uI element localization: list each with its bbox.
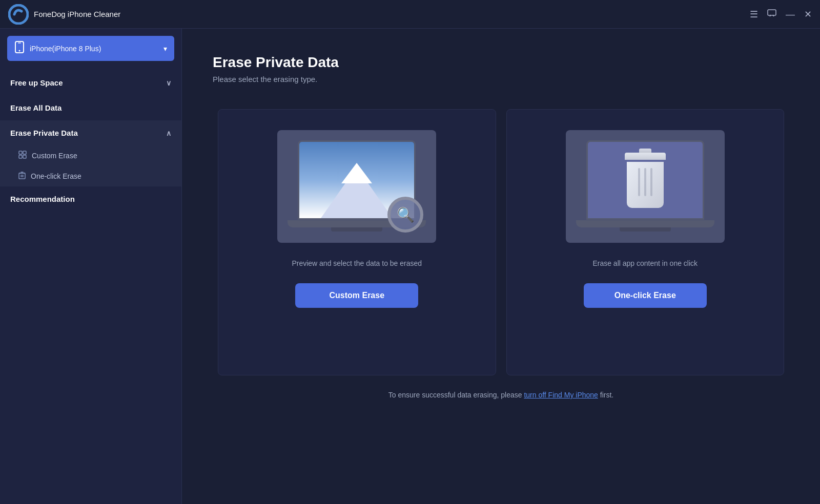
chevron-down-icon: ∨ bbox=[166, 79, 171, 87]
page-subtitle: Please select the erasing type. bbox=[213, 75, 789, 83]
title-bar: FoneDog iPhone Cleaner ☰ — ✕ bbox=[0, 0, 820, 29]
sidebar-item-one-click-erase[interactable]: One-click Erase bbox=[0, 166, 181, 186]
sidebar-item-recommendation[interactable]: Recommendation bbox=[0, 186, 181, 212]
svg-rect-7 bbox=[19, 155, 22, 158]
custom-erase-button[interactable]: Custom Erase bbox=[295, 283, 418, 308]
search-magnifier-overlay: 🔍 bbox=[387, 197, 434, 243]
cards-row: 🔍 Preview and select the data to be eras… bbox=[213, 109, 789, 375]
svg-rect-8 bbox=[23, 155, 26, 158]
trash-can-illustration bbox=[625, 153, 666, 208]
sidebar-item-free-up-space[interactable]: Free up Space ∨ bbox=[0, 70, 181, 95]
find-my-iphone-link[interactable]: turn off Find My iPhone bbox=[524, 391, 598, 399]
svg-rect-1 bbox=[768, 10, 776, 15]
one-click-erase-description: Erase all app content in one click bbox=[592, 258, 698, 269]
chat-button[interactable] bbox=[767, 9, 776, 19]
svg-rect-5 bbox=[19, 151, 22, 154]
sidebar-navigation: Free up Space ∨ Erase All Data Erase Pri… bbox=[0, 65, 181, 504]
svg-rect-6 bbox=[23, 151, 26, 154]
one-click-erase-button[interactable]: One-click Erase bbox=[584, 283, 707, 308]
custom-erase-illustration: 🔍 bbox=[277, 130, 436, 243]
svg-point-3 bbox=[19, 50, 20, 52]
device-name: iPhone(iPhone 8 Plus) bbox=[30, 45, 158, 53]
nav-section-erase-private-data: Erase Private Data ∧ Custom Erase bbox=[0, 120, 181, 186]
mountain-snow bbox=[341, 163, 372, 183]
plain-background bbox=[588, 142, 703, 218]
trash-lid bbox=[625, 153, 666, 160]
footer-note: To ensure successful data erasing, pleas… bbox=[213, 391, 789, 399]
laptop-illustration-2 bbox=[573, 135, 717, 238]
magnifier-circle: 🔍 bbox=[387, 197, 423, 233]
close-button[interactable]: ✕ bbox=[804, 10, 812, 19]
trash-line-2 bbox=[644, 168, 646, 196]
trash-icon bbox=[18, 171, 26, 181]
sidebar-item-custom-erase[interactable]: Custom Erase bbox=[0, 145, 181, 166]
main-content: Erase Private Data Please select the era… bbox=[182, 29, 820, 504]
laptop-stand bbox=[331, 227, 382, 232]
sidebar: iPhone(iPhone 8 Plus) ▾ Free up Space ∨ … bbox=[0, 29, 182, 504]
search-icon: 🔍 bbox=[397, 206, 415, 223]
laptop-base-2 bbox=[576, 220, 714, 227]
trash-body bbox=[627, 162, 664, 208]
nav-label-free-up-space: Free up Space bbox=[10, 78, 166, 87]
trash-line-1 bbox=[638, 168, 640, 196]
one-click-erase-illustration bbox=[566, 130, 725, 243]
minimize-button[interactable]: — bbox=[786, 10, 795, 19]
laptop-stand-2 bbox=[620, 227, 671, 232]
device-chevron-icon: ▾ bbox=[163, 45, 167, 53]
sidebar-item-erase-private-data[interactable]: Erase Private Data ∧ bbox=[0, 120, 181, 145]
grid-icon bbox=[18, 151, 27, 161]
device-selector[interactable]: iPhone(iPhone 8 Plus) ▾ bbox=[7, 36, 174, 61]
footer-suffix: first. bbox=[598, 391, 613, 399]
nav-label-erase-all-data: Erase All Data bbox=[10, 103, 171, 112]
footer-prefix: To ensure successful data erasing, pleas… bbox=[388, 391, 524, 399]
svg-point-0 bbox=[9, 5, 28, 24]
nav-label-erase-private-data: Erase Private Data bbox=[10, 129, 166, 137]
app-title: FoneDog iPhone Cleaner bbox=[34, 10, 750, 18]
laptop-illustration: 🔍 bbox=[285, 135, 428, 238]
chevron-up-icon: ∧ bbox=[166, 129, 171, 137]
menu-button[interactable]: ☰ bbox=[750, 10, 758, 19]
trash-lines bbox=[638, 168, 652, 196]
main-layout: iPhone(iPhone 8 Plus) ▾ Free up Space ∨ … bbox=[0, 29, 820, 504]
app-logo bbox=[8, 4, 29, 25]
svg-rect-4 bbox=[18, 43, 21, 44]
custom-erase-card: 🔍 Preview and select the data to be eras… bbox=[218, 109, 496, 375]
nav-label-recommendation: Recommendation bbox=[10, 195, 171, 203]
sub-label-one-click-erase: One-click Erase bbox=[31, 172, 81, 180]
trash-lid-handle bbox=[639, 149, 651, 153]
sub-label-custom-erase: Custom Erase bbox=[32, 152, 77, 160]
custom-erase-description: Preview and select the data to be erased bbox=[292, 258, 422, 269]
sidebar-item-erase-all-data[interactable]: Erase All Data bbox=[0, 95, 181, 120]
window-controls: ☰ — ✕ bbox=[750, 9, 812, 19]
one-click-erase-card: Erase all app content in one click One-c… bbox=[506, 109, 785, 375]
laptop-screen-2 bbox=[586, 140, 704, 220]
trash-line-3 bbox=[650, 168, 652, 196]
page-title: Erase Private Data bbox=[213, 54, 789, 71]
device-icon bbox=[14, 41, 25, 56]
